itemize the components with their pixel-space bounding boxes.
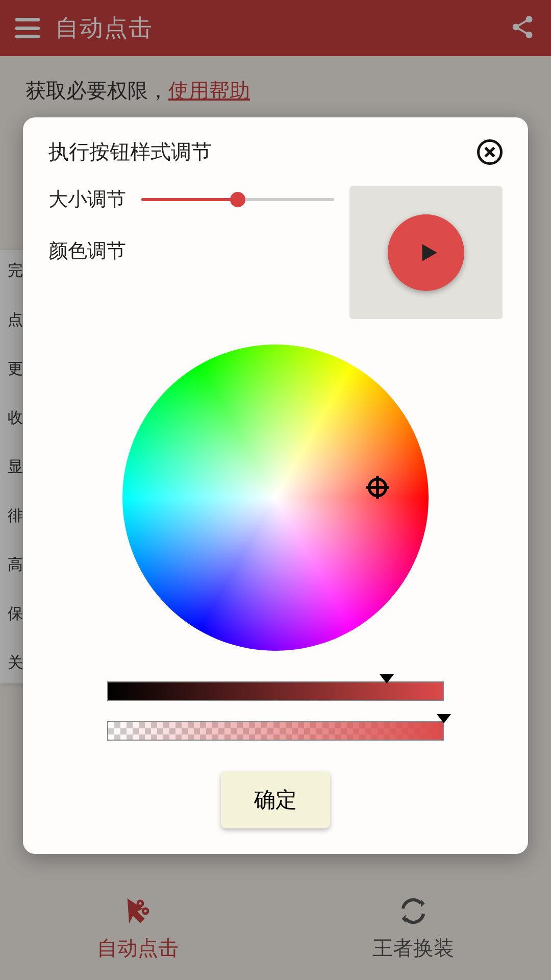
crosshair-icon[interactable] (366, 476, 389, 499)
color-label: 颜色调节 (48, 238, 126, 264)
size-slider[interactable] (141, 198, 334, 201)
size-label: 大小调节 (48, 186, 126, 212)
button-preview (349, 186, 503, 319)
color-wheel[interactable] (122, 345, 429, 651)
svg-marker-4 (422, 244, 437, 261)
close-icon[interactable] (477, 139, 503, 165)
play-button-preview (388, 214, 464, 291)
slider-thumb[interactable] (230, 192, 245, 207)
style-dialog: 执行按钮样式调节 大小调节 颜色调节 (23, 117, 528, 854)
brightness-slider[interactable] (107, 681, 444, 701)
opacity-slider[interactable] (107, 721, 444, 741)
slider-marker[interactable] (380, 674, 394, 683)
confirm-button[interactable]: 确定 (221, 771, 330, 828)
slider-marker[interactable] (437, 714, 451, 723)
dialog-title: 执行按钮样式调节 (48, 138, 212, 166)
